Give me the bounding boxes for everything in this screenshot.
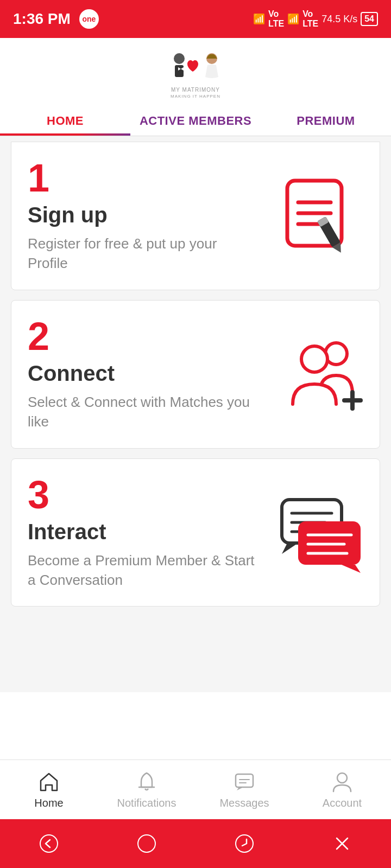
logo-svg — [163, 48, 228, 86]
step-2-title: Connect — [28, 361, 255, 386]
step-2-icon-area — [255, 331, 363, 418]
step-2-number: 2 — [28, 317, 255, 356]
svg-rect-27 — [236, 774, 253, 787]
svg-marker-20 — [282, 543, 298, 554]
message-icon — [232, 770, 256, 794]
step-2-text: 2 Connect Select & Connect with Matches … — [28, 317, 255, 432]
svg-point-32 — [40, 835, 58, 852]
step-1-desc: Register for free & put up your Profile — [28, 234, 255, 273]
step-1-number: 1 — [28, 158, 255, 197]
svg-point-31 — [337, 773, 347, 783]
step-1-icon-area — [255, 173, 363, 259]
status-bar: 1:36 PM one 📶 VoLTE 📶 VoLTE 74.5 K/s 54 — [0, 0, 391, 38]
tab-home[interactable]: HOME — [0, 104, 130, 136]
svg-point-13 — [301, 346, 327, 372]
step-2-desc: Select & Connect with Matches you like — [28, 392, 255, 432]
bottom-nav: Home Notifications Messages Account — [0, 760, 391, 819]
nav-tabs: HOME ACTIVE MEMBERS PREMIUM — [0, 104, 391, 136]
step-3-text: 3 Interact Become a Premium Member & Sta… — [28, 475, 255, 590]
connect-icon — [276, 331, 363, 418]
notifications-label: Notifications — [117, 797, 176, 809]
bottom-nav-home[interactable]: Home — [0, 760, 98, 819]
svg-marker-25 — [342, 565, 361, 573]
app-logo: MY MATRIMONY MAKING IT HAPPEN — [163, 48, 228, 99]
step-card-3: 3 Interact Become a Premium Member & Sta… — [11, 458, 380, 607]
interact-icon — [276, 489, 363, 576]
messages-label: Messages — [219, 797, 269, 809]
signup-icon — [276, 173, 363, 259]
step-3-number: 3 — [28, 475, 255, 514]
bottom-nav-account[interactable]: Account — [293, 760, 391, 819]
status-time: 1:36 PM — [13, 10, 71, 28]
svg-point-33 — [138, 835, 155, 852]
account-label: Account — [323, 797, 362, 809]
android-nav-bar — [0, 819, 391, 868]
step-card-2: 2 Connect Select & Connect with Matches … — [11, 300, 380, 449]
home-label: Home — [34, 797, 63, 809]
android-menu-icon — [331, 833, 353, 854]
svg-point-0 — [174, 53, 185, 64]
home-icon — [37, 770, 61, 794]
step-3-title: Interact — [28, 520, 255, 544]
android-back-icon — [38, 833, 60, 854]
android-menu-button[interactable] — [326, 827, 358, 860]
android-home-icon — [136, 833, 157, 854]
tab-active-members[interactable]: ACTIVE MEMBERS — [130, 104, 261, 136]
bell-icon — [135, 770, 159, 794]
battery-indicator: 54 — [361, 12, 378, 26]
logo-area: MY MATRIMONY MAKING IT HAPPEN — [0, 38, 391, 104]
android-back-button[interactable] — [33, 827, 65, 860]
android-recent-button[interactable] — [228, 827, 261, 860]
svg-point-34 — [236, 835, 253, 852]
one-badge: one — [79, 9, 99, 29]
step-card-1: 1 Sign up Register for free & put up you… — [11, 142, 380, 290]
android-recent-icon — [234, 833, 255, 854]
account-icon — [330, 770, 354, 794]
main-content: 1 Sign up Register for free & put up you… — [0, 136, 391, 692]
step-3-icon-area — [255, 489, 363, 576]
step-3-desc: Become a Premium Member & Start a Conver… — [28, 551, 255, 590]
step-1-title: Sign up — [28, 203, 255, 227]
android-home-button[interactable] — [130, 827, 163, 860]
step-1-text: 1 Sign up Register for free & put up you… — [28, 158, 255, 273]
svg-rect-1 — [175, 65, 184, 77]
status-icons: 📶 VoLTE 📶 VoLTE 74.5 K/s 54 — [253, 9, 378, 29]
bottom-nav-messages[interactable]: Messages — [195, 760, 293, 819]
tab-premium[interactable]: PREMIUM — [261, 104, 391, 136]
bottom-nav-notifications[interactable]: Notifications — [98, 760, 195, 819]
logo-subtext: MY MATRIMONY — [171, 87, 220, 93]
